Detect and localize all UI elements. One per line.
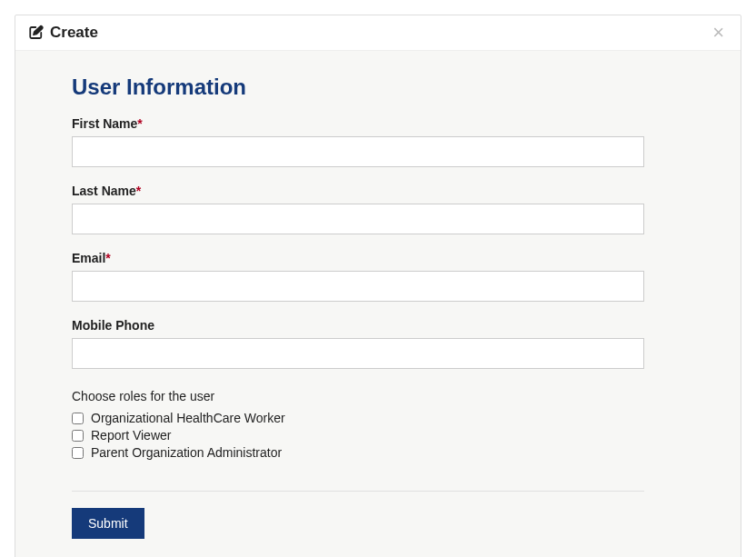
roles-title: Choose roles for the user <box>72 389 684 403</box>
mobile-input[interactable] <box>72 338 644 369</box>
mobile-group: Mobile Phone <box>72 318 684 369</box>
edit-icon <box>28 25 45 41</box>
role-checkbox-report-viewer[interactable] <box>72 430 84 442</box>
close-icon[interactable]: × <box>709 23 728 43</box>
first-name-input[interactable] <box>72 136 644 167</box>
section-heading: User Information <box>72 75 684 100</box>
separator <box>72 491 644 492</box>
email-label: Email* <box>72 251 684 265</box>
last-name-label: Last Name* <box>72 184 684 198</box>
role-label: Organizational HealthCare Worker <box>91 411 285 425</box>
role-label: Parent Organization Administrator <box>91 445 282 460</box>
last-name-group: Last Name* <box>72 184 684 234</box>
required-marker: * <box>136 184 141 198</box>
role-item: Organizational HealthCare Worker <box>72 411 684 425</box>
create-user-dialog: Create × User Information First Name* La… <box>15 15 741 557</box>
email-input[interactable] <box>72 271 644 302</box>
email-group: Email* <box>72 251 684 302</box>
dialog-title: Create <box>28 24 98 42</box>
role-item: Parent Organization Administrator <box>72 445 684 460</box>
first-name-label: First Name* <box>72 116 684 131</box>
required-marker: * <box>105 251 110 265</box>
submit-button[interactable]: Submit <box>72 508 144 539</box>
first-name-group: First Name* <box>72 116 684 167</box>
last-name-input[interactable] <box>72 204 644 234</box>
role-checkbox-org-healthcare[interactable] <box>72 413 84 424</box>
required-marker: * <box>137 116 142 131</box>
role-checkbox-parent-admin[interactable] <box>72 447 84 459</box>
mobile-label: Mobile Phone <box>72 318 684 333</box>
role-item: Report Viewer <box>72 428 684 443</box>
dialog-header: Create × <box>15 15 741 51</box>
dialog-body: User Information First Name* Last Name* … <box>15 51 741 557</box>
role-label: Report Viewer <box>91 428 171 443</box>
dialog-title-text: Create <box>50 24 98 42</box>
